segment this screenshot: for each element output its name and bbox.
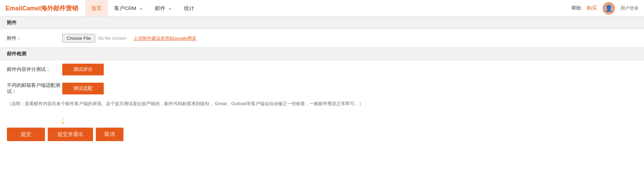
buy-link[interactable]: 购买	[587, 5, 597, 11]
file-input-wrapper: Choose File No file chosen	[62, 34, 127, 43]
compat-test-button[interactable]: 测试适配	[62, 83, 104, 94]
help-link[interactable]: 帮助	[571, 5, 581, 11]
logo: EmailCamel海外邮件营销	[6, 4, 78, 12]
arrow-down-icon: ↓	[61, 116, 65, 126]
nav-items: 首页 客户CRM ▼ 邮件 ▼ 统计	[85, 0, 571, 17]
attachment-row: 附件： Choose File No file chosen 上传附件建议使用如…	[0, 29, 644, 48]
detection-note: （说明：是看邮件内容在各个邮件客户端的表现。这个提示测试是比较严格的，邮件代码标…	[0, 98, 644, 112]
nav-item-stats[interactable]: 统计	[178, 0, 201, 17]
main-content: 附件 附件： Choose File No file chosen 上传附件建议…	[0, 17, 644, 162]
detection-section-header: 邮件检测	[0, 48, 644, 60]
attachment-label: 附件：	[7, 35, 62, 42]
choose-file-button[interactable]: Choose File	[62, 34, 95, 43]
score-label: 邮件内容评分测试：	[7, 66, 62, 73]
avatar[interactable]: 👤	[602, 2, 615, 15]
bottom-buttons: 提交 提交并退出 取消	[7, 128, 123, 141]
username-display[interactable]: 用户登录	[620, 5, 638, 11]
no-file-label: No file chosen	[98, 36, 126, 41]
upload-hint-link[interactable]: 上传附件建议使用如google网盘	[134, 35, 196, 42]
cancel-button[interactable]: 取消	[96, 128, 123, 141]
nav-right: 帮助 购买 👤 用户登录	[571, 2, 638, 15]
chevron-down-icon: ▼	[139, 7, 142, 11]
attachment-section-header: 附件	[0, 17, 644, 29]
submit-exit-button[interactable]: 提交并退出	[48, 128, 93, 141]
nav-item-crm[interactable]: 客户CRM ▼	[108, 0, 149, 17]
attachment-control: Choose File No file chosen 上传附件建议使用如goog…	[62, 34, 637, 43]
submit-button[interactable]: 提交	[7, 128, 45, 141]
chevron-down-icon: ▼	[168, 7, 172, 11]
nav-item-mail[interactable]: 邮件 ▼	[149, 0, 178, 17]
score-test-button[interactable]: 测试评分	[62, 64, 104, 75]
navigation: EmailCamel海外邮件营销 首页 客户CRM ▼ 邮件 ▼ 统计 帮助 购…	[0, 0, 644, 17]
bottom-area: ↓ 提交 提交并退出 取消	[0, 112, 644, 148]
nav-item-home[interactable]: 首页	[85, 0, 108, 17]
compat-label: 不同的邮箱客户端适配测试：	[7, 82, 62, 95]
score-row: 邮件内容评分测试： 测试评分	[0, 60, 644, 79]
compat-row: 不同的邮箱客户端适配测试： 测试适配	[0, 79, 644, 98]
